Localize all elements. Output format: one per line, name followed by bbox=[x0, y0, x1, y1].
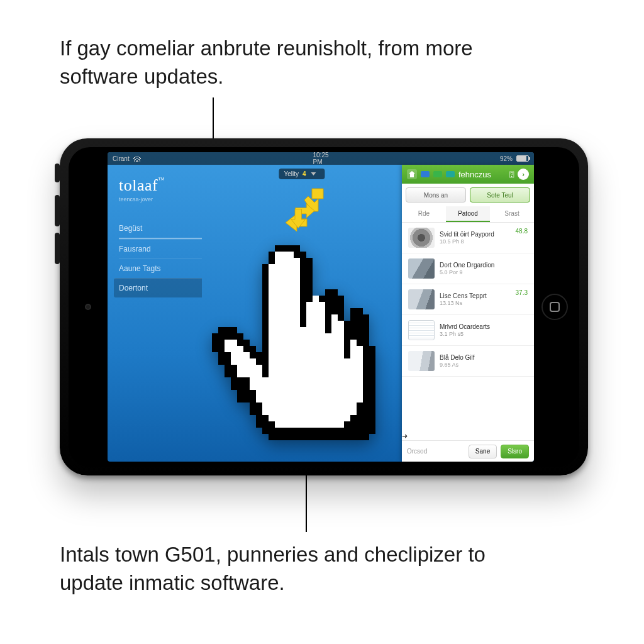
tab-srast[interactable]: Srast bbox=[490, 206, 534, 222]
panel-header: fehnczus ⍰ › bbox=[402, 165, 534, 184]
chip-teal-icon bbox=[446, 171, 455, 177]
pill-label: Yelity bbox=[284, 170, 299, 177]
battery-icon bbox=[516, 155, 529, 162]
item-sub: 9.65 As bbox=[440, 362, 523, 368]
home-button[interactable] bbox=[541, 294, 568, 320]
panel-button-row: Mons an Sote Teul bbox=[402, 184, 534, 206]
category-pill[interactable]: Yelity 4 bbox=[279, 169, 325, 179]
panel-title: fehnczus bbox=[458, 170, 506, 179]
brand-logo: tolaaf™ bbox=[119, 176, 202, 195]
caption-bottom: Intals town G501, punneries and checlipi… bbox=[60, 541, 538, 597]
sidebar: tolaaf™ teencsa-jover BegüstFausrandAaun… bbox=[108, 165, 202, 462]
tablet-bezel: Cirant 10:25 PM 92% tolaaf™ teencsa-jove… bbox=[69, 147, 579, 467]
chip-blue-icon bbox=[421, 171, 430, 177]
tag-icon[interactable]: ⍰ bbox=[509, 170, 514, 179]
sidebar-item-begüst[interactable]: Begüst bbox=[119, 219, 202, 239]
battery-label: 92% bbox=[500, 155, 513, 162]
thumb-icon bbox=[408, 289, 435, 309]
front-camera bbox=[85, 304, 91, 310]
thumb-icon bbox=[408, 258, 435, 279]
save-button[interactable]: Sane bbox=[469, 445, 497, 458]
list-item[interactable]: Blå Delo Gilf9.65 As bbox=[402, 346, 534, 377]
chevron-down-icon bbox=[311, 172, 316, 175]
panel-tabs: RdePatoodSrast bbox=[402, 206, 534, 223]
clock: 10:25 PM bbox=[313, 152, 328, 165]
fab-add-button[interactable]: ➜ bbox=[402, 432, 408, 440]
hw-button-vol-down bbox=[55, 233, 60, 264]
item-title: Svid tit öirt Paypord bbox=[440, 231, 511, 238]
item-title: Lise Cens Tepprt bbox=[440, 292, 511, 300]
forward-button[interactable]: › bbox=[518, 169, 529, 180]
status-bar: Cirant 10:25 PM 92% bbox=[108, 152, 534, 165]
hw-button-vol-up bbox=[55, 195, 60, 226]
item-price: 48.8 bbox=[516, 228, 528, 235]
screen: Cirant 10:25 PM 92% tolaaf™ teencsa-jove… bbox=[108, 152, 534, 462]
item-title: Dort One Drgardion bbox=[440, 262, 523, 269]
home-icon[interactable] bbox=[407, 169, 417, 179]
chip-green-icon bbox=[433, 171, 442, 177]
tab-rde[interactable]: Rde bbox=[402, 206, 446, 222]
wifi-icon bbox=[133, 155, 141, 162]
sidebar-item-fausrand[interactable]: Fausrand bbox=[119, 239, 202, 258]
caption-top: If gay comeliar anbrute reunisholt, from… bbox=[60, 35, 538, 91]
hw-button-mute bbox=[55, 164, 60, 182]
hero-area: Yelity 4 bbox=[202, 165, 402, 462]
item-sub: 13.13 Ns bbox=[440, 300, 511, 306]
list-item[interactable]: Dort One Drgardion5.0 Por 9 bbox=[402, 253, 534, 284]
item-sub: 5.0 Por 9 bbox=[440, 269, 523, 275]
panel-btn-left[interactable]: Mons an bbox=[406, 187, 466, 203]
tab-patood[interactable]: Patood bbox=[446, 206, 490, 222]
item-sub: 3.1 Ph s5 bbox=[440, 331, 523, 337]
pointer-cursor-icon bbox=[212, 245, 375, 447]
sidebar-menu: BegüstFausrandAaune TagtsDoertont bbox=[119, 219, 202, 297]
go-button[interactable]: Slsro bbox=[501, 445, 529, 458]
list-item[interactable]: Lise Cens Tepprt13.13 Ns37.3 bbox=[402, 284, 534, 315]
thumb-icon bbox=[408, 228, 435, 248]
thumb-icon bbox=[408, 320, 435, 340]
brand-tagline: teencsa-jover bbox=[119, 196, 202, 203]
panel-footer: Orcsod Sane Slsro bbox=[402, 440, 534, 462]
list-item[interactable]: Mrlvrd Ocardearts3.1 Ph s5 bbox=[402, 315, 534, 346]
item-title: Mrlvrd Ocardearts bbox=[440, 323, 523, 331]
list-item[interactable]: Svid tit öirt Paypord10.5 Ph 848.8 bbox=[402, 223, 534, 253]
carrier-label: Cirant bbox=[113, 155, 130, 162]
footer-label: Orcsod bbox=[407, 448, 427, 455]
item-sub: 10.5 Ph 8 bbox=[440, 238, 511, 245]
sidebar-item-aaune tagts[interactable]: Aaune Tagts bbox=[119, 258, 202, 278]
sidebar-item-doertont[interactable]: Doertont bbox=[114, 278, 202, 297]
side-panel: fehnczus ⍰ › Mons an Sote Teul RdePatood… bbox=[402, 165, 534, 462]
tablet-frame: Cirant 10:25 PM 92% tolaaf™ teencsa-jove… bbox=[60, 138, 588, 475]
pill-value: 4 bbox=[303, 170, 306, 177]
item-price: 37.3 bbox=[516, 289, 528, 296]
thumb-icon bbox=[408, 351, 435, 371]
panel-btn-right[interactable]: Sote Teul bbox=[470, 187, 530, 203]
panel-list: Svid tit öirt Paypord10.5 Ph 848.8Dort O… bbox=[402, 223, 534, 432]
item-title: Blå Delo Gilf bbox=[440, 354, 523, 362]
